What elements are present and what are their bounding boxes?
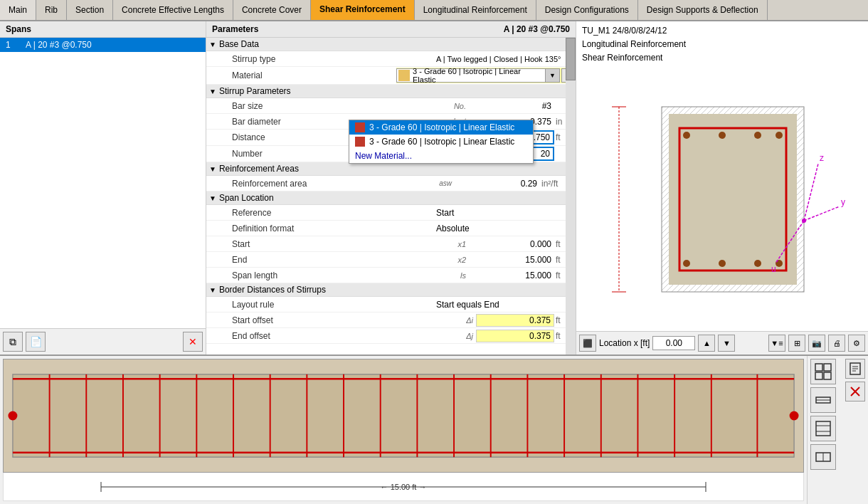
end-value: 15.000: [469, 255, 554, 265]
definition-value: Absolute: [433, 224, 576, 233]
view-navigate-button[interactable]: ⬛: [579, 335, 596, 352]
svg-line-13: [804, 206, 840, 221]
grid-view-button[interactable]: [810, 359, 836, 384]
spans-list: 1 A | 20 #3 @0.750: [0, 38, 206, 328]
location-down-button[interactable]: ▼: [718, 335, 735, 352]
svg-point-6: [776, 132, 783, 139]
tab-shear-reinforcement[interactable]: Shear Reinforcement: [311, 0, 415, 20]
spans-header: Spans: [0, 21, 206, 38]
stirrup-params-label: Stirrup Parameters: [219, 86, 291, 96]
layout-rule-row: Layout rule Start equals End: [206, 297, 576, 313]
dropdown-item-1[interactable]: 3 - Grade 60 | Isotropic | Linear Elasti…: [349, 120, 533, 135]
main-body: Spans 1 A | 20 #3 @0.750 ⧉ 📄 ✕ Para: [0, 21, 868, 504]
report-button[interactable]: [845, 359, 865, 379]
print-button[interactable]: 🖨: [828, 335, 845, 352]
spans-toolbar: ⧉ 📄 ✕: [0, 328, 206, 355]
end-row: End x2 15.000 ft: [206, 252, 576, 268]
border-distances-header[interactable]: ▼ Border Distances of Stirrups: [206, 283, 576, 297]
tab-concrete-cover[interactable]: Concrete Cover: [233, 0, 311, 20]
svg-point-9: [754, 260, 761, 267]
expand-button[interactable]: [810, 444, 836, 470]
params-title: Parameters: [212, 24, 258, 34]
dropdown-label-1: 3 - Grade 60 | Isotropic | Linear Elasti…: [369, 122, 514, 132]
view-title: TU_M1 24/8/0/8/24/12: [582, 24, 862, 38]
svg-rect-52: [824, 372, 831, 379]
start-offset-input[interactable]: [476, 314, 554, 327]
reference-row: Reference Start: [206, 205, 576, 221]
bottom-right-toolbar: [807, 356, 842, 504]
tab-design-configurations[interactable]: Design Configurations: [536, 0, 638, 20]
start-offset-label: Start offset: [229, 315, 440, 325]
close-result-button[interactable]: [845, 382, 865, 401]
view-mode-button[interactable]: ⊞: [788, 335, 805, 352]
svg-point-5: [754, 132, 761, 139]
filter-button[interactable]: ▼≡: [768, 335, 785, 352]
reinforcement-area-row: Reinforcement area asw 0.29 in²/ft: [206, 176, 576, 191]
location-label: Location x [ft]: [599, 338, 650, 348]
span-location-header[interactable]: ▼ Span Location: [206, 191, 576, 205]
svg-point-17: [802, 219, 806, 223]
delete-button[interactable]: ✕: [183, 332, 203, 352]
stirrup-params-header[interactable]: ▼ Stirrup Parameters: [206, 85, 576, 98]
base-data-toggle: ▼: [209, 41, 216, 48]
svg-point-8: [719, 260, 726, 267]
beam-view: [3, 359, 804, 473]
end-offset-label: End offset: [229, 331, 440, 341]
detail-view-button[interactable]: [810, 387, 836, 413]
params-panel: Parameters A | 20 #3 @0.750 ▼ Base Data …: [206, 21, 576, 355]
definition-row: Definition format Absolute: [206, 221, 576, 236]
tab-section[interactable]: Section: [67, 0, 113, 20]
span-number: 1: [6, 40, 20, 50]
tab-main[interactable]: Main: [0, 0, 36, 20]
material-select-text: 3 - Grade 60 | Isotropic | Linear Elasti…: [411, 67, 545, 84]
zoom-button[interactable]: [810, 416, 836, 441]
location-input[interactable]: [652, 336, 695, 350]
svg-line-11: [804, 164, 818, 221]
bottom-far-right: [842, 356, 868, 504]
span-item-1[interactable]: 1 A | 20 #3 @0.750: [0, 38, 206, 52]
reinforcement-areas-label: Reinforcement Areas: [219, 164, 299, 174]
svg-point-3: [683, 132, 690, 139]
snapshot-button[interactable]: 📷: [808, 335, 825, 352]
beam-svg: [4, 359, 803, 472]
start-offset-sym: Δi: [440, 316, 476, 325]
svg-rect-55: [816, 421, 830, 436]
stirrup-params-toggle: ▼: [209, 88, 216, 95]
params-header: Parameters A | 20 #3 @0.750: [206, 21, 576, 38]
reinforcement-areas-toggle: ▼: [209, 165, 216, 173]
svg-rect-49: [815, 364, 822, 371]
stirrup-type-value: A | Two legged | Closed | Hook 135°: [433, 55, 576, 63]
location-up-button[interactable]: ▲: [698, 335, 715, 352]
view-line1: Longitudinal Reinforcement: [582, 38, 862, 51]
add-copy-button[interactable]: ⧉: [3, 332, 23, 352]
end-offset-input[interactable]: [476, 330, 554, 342]
material-label: Material: [229, 70, 361, 80]
params-body: ▼ Base Data Stirrup type A | Two legged …: [206, 38, 576, 355]
scrollbar[interactable]: [566, 38, 576, 355]
lower-area: ← 15.00 ft →: [0, 355, 868, 504]
settings-button[interactable]: ⚙: [848, 335, 865, 352]
svg-rect-21: [13, 374, 794, 457]
reinforcement-areas-header[interactable]: ▼ Reinforcement Areas: [206, 162, 576, 176]
tab-longitudinal-reinforcement[interactable]: Longitudinal Reinforcement: [415, 0, 536, 20]
bar-size-value: #3: [469, 101, 554, 111]
svg-text:u: u: [771, 264, 776, 274]
scroll-thumb[interactable]: [566, 38, 576, 80]
reinforcement-area-label: Reinforcement area: [229, 179, 419, 189]
definition-label: Definition format: [229, 224, 398, 233]
tab-concrete-effective-lengths[interactable]: Concrete Effective Lengths: [113, 0, 233, 20]
span-label: A | 20 #3 @0.750: [26, 40, 92, 50]
start-row: Start x1 0.000 ft: [206, 236, 576, 252]
tab-design-supports-deflection[interactable]: Design Supports & Deflection: [638, 0, 768, 20]
new-material-link[interactable]: New Material...: [349, 149, 533, 163]
dimension-area: ← 15.00 ft →: [3, 473, 804, 501]
view-panel: TU_M1 24/8/0/8/24/12 Longitudinal Reinfo…: [576, 21, 868, 355]
dropdown-item-2[interactable]: 3 - Grade 60 | Isotropic | Linear Elasti…: [349, 135, 533, 149]
add-button[interactable]: 📄: [26, 332, 46, 352]
start-value: 0.000: [469, 239, 554, 249]
base-data-header[interactable]: ▼ Base Data: [206, 38, 576, 51]
material-dropdown-arrow[interactable]: ▼: [545, 69, 559, 82]
layout-rule-value: Start equals End: [433, 300, 576, 310]
material-select[interactable]: 3 - Grade 60 | Isotropic | Linear Elasti…: [396, 68, 560, 83]
tab-rib[interactable]: Rib: [36, 0, 67, 20]
